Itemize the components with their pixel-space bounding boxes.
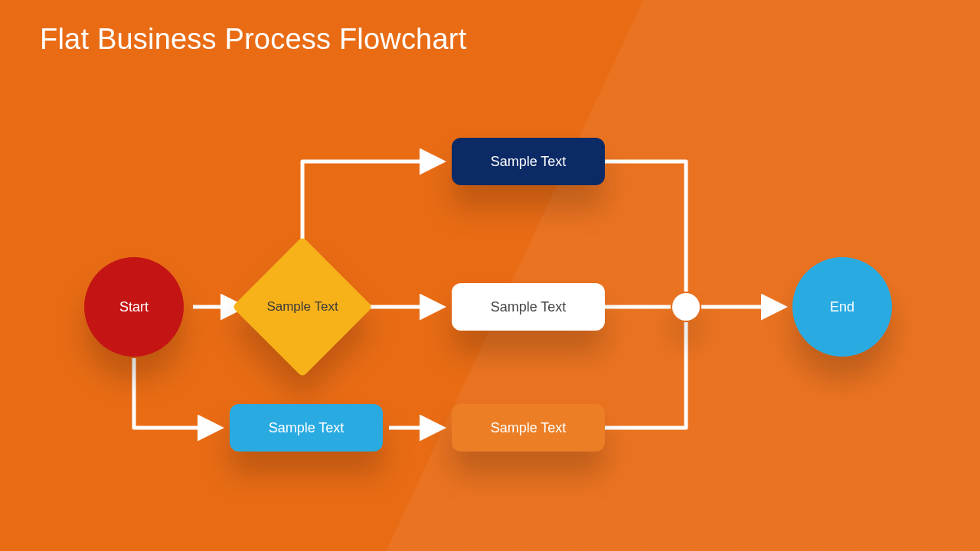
process-top-node: Sample Text [452, 138, 605, 185]
decision-node: Sample Text [253, 257, 352, 357]
merge-node [672, 293, 700, 321]
start-label: Start [119, 299, 149, 315]
process-mid-node: Sample Text [452, 283, 605, 331]
slide-title: Flat Business Process Flowchart [40, 23, 466, 56]
process-mid-label: Sample Text [491, 299, 567, 315]
end-label: End [830, 299, 854, 315]
process-alt-node: Sample Text [230, 404, 383, 452]
process-alt-label: Sample Text [269, 420, 345, 436]
process-top-label: Sample Text [491, 154, 567, 170]
start-node: Start [84, 257, 184, 357]
end-node: End [792, 257, 892, 357]
process-bottom-label: Sample Text [491, 420, 567, 436]
process-bottom-node: Sample Text [452, 404, 605, 452]
decision-label: Sample Text [266, 299, 338, 315]
